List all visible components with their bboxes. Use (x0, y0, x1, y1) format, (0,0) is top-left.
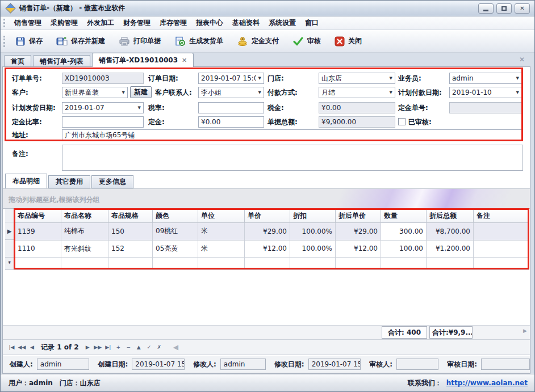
grid-column-header[interactable]: 单价 (245, 209, 290, 223)
grid-column-header[interactable]: 备注 (474, 209, 529, 223)
grid-cell[interactable]: 05亮黄 (153, 240, 198, 258)
toolbar-button-6[interactable]: 关闭 (330, 33, 366, 49)
tab-document-0[interactable]: 首页 (4, 55, 31, 67)
toolbar-button-3[interactable]: 生成发货单 (170, 33, 228, 49)
toolbar-button-1[interactable]: 保存并新建 (52, 33, 110, 49)
nav-cancel-icon[interactable]: ✗ (155, 343, 164, 352)
grid-cell[interactable]: ¥29.00 (245, 222, 290, 240)
salesman-select[interactable]: admin▼ (449, 73, 522, 84)
grid-cell[interactable] (15, 258, 61, 270)
deposit-input[interactable]: ¥0.00 (198, 116, 264, 128)
grid-cell[interactable]: 纯棉布 (61, 222, 108, 240)
detail-tab-0[interactable]: 布品明细 (5, 174, 47, 188)
grid-cell[interactable] (198, 258, 245, 270)
grid-cell[interactable]: ¥29.00 (336, 222, 381, 240)
grid-cell[interactable]: 有光斜纹 (61, 240, 108, 258)
menu-item-6[interactable]: 基础资料 (228, 16, 264, 29)
menu-item-0[interactable]: 销售管理 (10, 16, 46, 29)
toolbar-button-5[interactable]: 审核 (288, 33, 325, 49)
order-date-select[interactable]: 2019-01-07 15:01▼ (198, 73, 264, 84)
maximize-button[interactable] (496, 3, 512, 14)
tabstrip-close-icon[interactable]: ✕ (519, 56, 525, 64)
grid-cell[interactable]: 米 (198, 240, 245, 258)
nav-collapse-icon[interactable]: ◀ (173, 343, 178, 351)
grid-column-header[interactable]: 布品编号 (15, 209, 61, 223)
website-link[interactable]: http://www.aolan.net (446, 379, 528, 387)
tax-rate-input[interactable] (198, 102, 264, 113)
grid-cell[interactable] (474, 240, 529, 258)
summary-scroll-icon[interactable]: ▶ (523, 328, 527, 334)
grid-cell[interactable] (61, 258, 108, 270)
grid-cell[interactable] (336, 258, 381, 270)
detail-tab-2[interactable]: 更多信息 (91, 175, 133, 188)
contact-select[interactable]: 李小姐▼ (198, 87, 264, 98)
minimize-button[interactable] (478, 3, 494, 14)
grid-cell[interactable] (290, 258, 336, 270)
menu-item-8[interactable]: 窗口 (300, 16, 323, 29)
nav-next-page-icon[interactable]: ▶▶ (94, 343, 102, 352)
nav-prev-icon[interactable]: ◀ (28, 343, 36, 352)
grid-cell[interactable]: 150 (108, 222, 153, 240)
grid-column-header[interactable]: 折后总额 (427, 209, 474, 223)
planned-payment-date-select[interactable]: 2019-01-10▼ (449, 87, 522, 98)
remark-input[interactable] (62, 145, 523, 171)
nav-last-icon[interactable]: ▶| (104, 343, 112, 352)
grid-cell[interactable]: 100.00% (290, 222, 336, 240)
grid-cell[interactable]: ¥12.00 (336, 240, 381, 258)
nav-post-icon[interactable]: ✓ (145, 343, 153, 352)
menu-item-7[interactable]: 系统设置 (264, 16, 300, 29)
grid-cell[interactable] (153, 258, 198, 270)
grid-cell[interactable]: 100.00% (290, 240, 336, 258)
grid-cell[interactable]: ¥12.00 (245, 240, 290, 258)
grid-column-header[interactable]: 数量 (381, 209, 427, 223)
grid-column-header[interactable]: 颜色 (153, 209, 198, 223)
grid-cell[interactable]: ¥8,700.00 (427, 222, 474, 240)
address-input[interactable]: 广州市东城市场65号铺 (62, 129, 522, 141)
deposit-ratio-input[interactable] (62, 116, 144, 128)
grid-cell[interactable]: 1110 (15, 240, 61, 258)
grid-column-header[interactable]: 布品名称 (61, 209, 108, 223)
grid-column-header[interactable]: 折扣 (290, 209, 336, 223)
close-button[interactable]: ✕ (515, 3, 530, 14)
nav-edit-icon[interactable]: ▲ (135, 343, 143, 352)
planned-delivery-date-select[interactable]: 2019-01-07▼ (62, 102, 144, 113)
grid-cell[interactable] (245, 258, 290, 270)
grid-column-header[interactable]: 单位 (198, 209, 245, 223)
menu-item-1[interactable]: 采购管理 (46, 16, 82, 29)
grid-cell[interactable] (427, 258, 474, 270)
toolbar-button-4[interactable]: ¥定金支付 (232, 33, 283, 49)
grid-cell[interactable] (108, 258, 153, 270)
tab-document-2[interactable]: 销售订单-XD19010003✕ (92, 53, 194, 67)
grid-cell[interactable] (474, 258, 529, 270)
grid-cell[interactable]: 1139 (15, 222, 61, 240)
tab-document-1[interactable]: 销售订单-列表 (33, 55, 90, 67)
grid-cell[interactable]: ¥1,200.00 (427, 240, 474, 258)
grid-column-header[interactable]: 折后单价 (336, 209, 381, 223)
detail-tab-1[interactable]: 其它费用 (48, 175, 90, 188)
customer-select[interactable]: 新世界童装▼ (62, 87, 128, 98)
toolbar-button-0[interactable]: 保存 (11, 33, 47, 49)
menu-item-5[interactable]: 报表中心 (191, 16, 228, 29)
payment-method-select[interactable]: 月结▼ (319, 87, 395, 98)
store-select[interactable]: 山东店▼ (319, 73, 395, 84)
grid-cell[interactable] (381, 258, 427, 270)
menu-item-3[interactable]: 财务管理 (119, 16, 155, 29)
new-customer-button[interactable]: 新建 (130, 86, 152, 98)
grid-cell[interactable]: 100.00 (381, 240, 427, 258)
grid-cell[interactable]: 300.00 (381, 222, 427, 240)
menu-item-4[interactable]: 库存管理 (155, 16, 191, 29)
nav-first-icon[interactable]: |◀ (7, 343, 16, 352)
audited-checkbox[interactable] (398, 118, 406, 125)
nav-append-icon[interactable]: + (114, 343, 123, 352)
grid-cell[interactable]: 152 (108, 240, 153, 258)
toolbar-button-2[interactable]: 打印单据 (114, 33, 165, 49)
tab-close-icon[interactable]: ✕ (182, 57, 187, 64)
grid-column-header[interactable]: 布品规格 (108, 209, 153, 223)
nav-prev-page-icon[interactable]: ◀◀ (18, 343, 26, 352)
nav-next-icon[interactable]: ▶ (83, 343, 92, 352)
nav-remove-icon[interactable]: − (124, 343, 133, 352)
grid-cell[interactable] (474, 222, 529, 240)
grid-group-panel[interactable]: 拖动列标题至此,根据该列分组 (3, 188, 530, 209)
menu-item-2[interactable]: 外发加工 (82, 16, 119, 29)
grid-cell[interactable]: 09桃红 (153, 222, 198, 240)
